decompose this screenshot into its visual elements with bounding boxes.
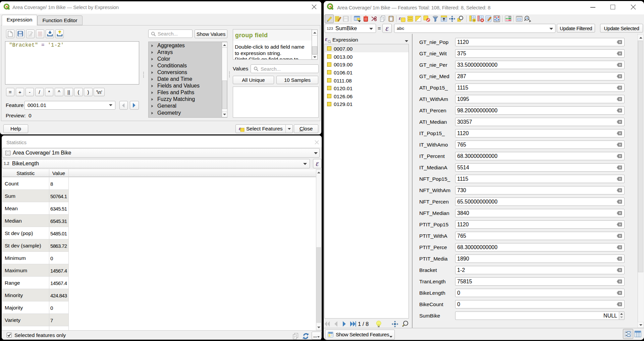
svg-text:ε: ε bbox=[325, 36, 327, 42]
svg-text:ε: ε bbox=[399, 15, 401, 21]
svg-text:ε: ε bbox=[239, 126, 241, 131]
